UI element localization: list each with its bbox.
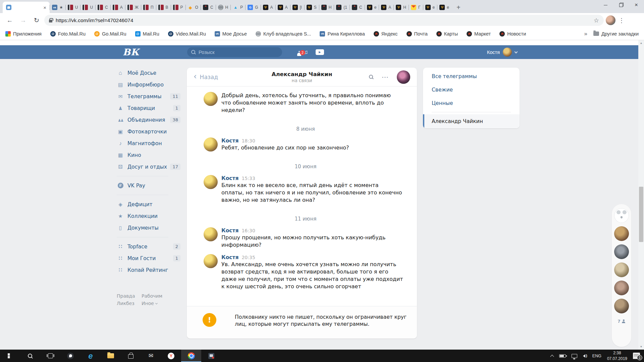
reload-button[interactable]: ↻ [31, 15, 42, 26]
browser-tab[interactable]: P [171, 2, 185, 13]
avatar[interactable] [204, 254, 218, 268]
browser-tab[interactable]: П [141, 2, 156, 13]
message-author[interactable]: Костя [221, 138, 238, 144]
browser-tab[interactable]: H [216, 2, 231, 13]
taskbar-app-button[interactable]: ✉ [141, 350, 161, 362]
taskbar-app-button[interactable] [181, 350, 201, 362]
sidebar-item[interactable]: Фотокарточки [116, 126, 180, 137]
browser-tab[interactable]: e [437, 2, 451, 13]
online-friend-avatar[interactable] [614, 208, 629, 223]
scroll-down-arrow[interactable]: ▼ [638, 344, 644, 350]
sidebar-item[interactable]: Досуг и отдых 17 [116, 161, 180, 173]
filter-link[interactable]: Все телеграммы [423, 70, 520, 83]
sidebar-item[interactable] [116, 191, 180, 198]
taskbar-app-button[interactable] [121, 350, 141, 362]
sidebar-item[interactable]: Информбюро [116, 79, 180, 90]
tray-expand-icon[interactable] [550, 355, 554, 358]
language-indicator[interactable]: ENG [592, 354, 601, 358]
online-friend-avatar[interactable] [614, 299, 629, 313]
online-friend-avatar[interactable] [614, 244, 629, 259]
browser-tab[interactable]: H [393, 2, 409, 13]
new-tab-button[interactable]: + [453, 3, 464, 12]
browser-tab[interactable]: S [304, 2, 319, 13]
taskbar-app-button[interactable] [101, 350, 121, 362]
browser-tab[interactable]: A [275, 2, 290, 13]
browser-tab[interactable]: О [185, 2, 201, 13]
sidebar-item[interactable]: VK Pay [116, 180, 180, 191]
taskbar-app-button[interactable] [40, 350, 60, 362]
bookmark-item[interactable]: Карты [436, 31, 458, 37]
bookmark-item[interactable]: Маркет [467, 31, 491, 37]
sidebar-item[interactable]: Магнитофон [116, 137, 180, 149]
sidebar-item[interactable]: Topface 2 [116, 241, 180, 252]
browser-tab[interactable]: C [350, 2, 365, 13]
sidebar-item[interactable]: Дефицит [116, 198, 180, 210]
tab-close-icon[interactable]: × [43, 5, 46, 10]
video-icon[interactable] [316, 49, 324, 55]
avatar[interactable] [204, 137, 218, 152]
browser-tab[interactable]: (1 [334, 2, 350, 13]
vk-search-box[interactable]: Розыск [187, 47, 282, 57]
filter-link[interactable]: Ценные [423, 97, 520, 110]
back-button[interactable]: ← [4, 15, 15, 26]
action-center-icon[interactable]: 1 [633, 353, 640, 359]
taskbar-app-button[interactable] [0, 350, 20, 362]
vk-logo[interactable]: ВК [123, 47, 139, 57]
bookmark-item[interactable]: Mail.Ru [135, 31, 159, 37]
sidebar-item[interactable]: Телеграммы 11 [116, 90, 180, 102]
bookmark-item[interactable]: Foto.Mail.Ru [50, 31, 86, 37]
forward-button[interactable]: → [17, 15, 29, 26]
footer-link[interactable]: Рабочим [142, 293, 180, 299]
sidebar-item[interactable]: Моё Досье [116, 67, 180, 79]
window-close-button[interactable]: × [629, 0, 644, 10]
browser-tab[interactable]: e [423, 2, 437, 13]
bookmark-item[interactable]: Почта [407, 31, 428, 37]
chat-peer-avatar[interactable] [397, 70, 410, 84]
page-scrollbar[interactable]: ▲ ▼ [638, 40, 644, 350]
browser-tab[interactable]: A [261, 2, 275, 13]
sidebar-item[interactable]: Документы [116, 222, 180, 234]
footer-link[interactable]: Иное [142, 301, 180, 306]
browser-tab[interactable]: H [319, 2, 334, 13]
other-bookmarks[interactable]: Другие закладки [593, 31, 639, 37]
bookmark-item[interactable]: Приложения [5, 31, 42, 37]
online-friend-avatar[interactable] [614, 281, 629, 295]
browser-menu-icon[interactable]: ⋮ [618, 17, 626, 24]
bookmark-item[interactable]: Рина Кириллова [320, 31, 365, 37]
avatar[interactable] [204, 175, 218, 189]
browser-tab[interactable]: A [379, 2, 393, 13]
online-friend-avatar[interactable] [614, 262, 629, 277]
online-count[interactable]: 7 [618, 319, 626, 324]
bookmarks-overflow-icon[interactable]: » [584, 31, 587, 37]
browser-tab[interactable]: U [80, 2, 95, 13]
sidebar-item[interactable]: Коллекции [116, 210, 180, 222]
sidebar-item[interactable] [116, 173, 180, 180]
selected-conversation[interactable]: Александр Чайкин [423, 114, 520, 128]
browser-tab[interactable]: Ж [125, 2, 141, 13]
bookmark-item[interactable]: Яндекс [374, 31, 398, 37]
avatar[interactable] [204, 92, 218, 106]
sidebar-item[interactable]: Объединения 38 [116, 114, 180, 126]
active-tab[interactable]: × [3, 2, 50, 13]
vk-top-profile[interactable]: Костя [487, 48, 517, 57]
sidebar-item[interactable] [116, 234, 180, 241]
bookmark-item[interactable]: Go.Mail.Ru [94, 31, 126, 37]
browser-profile-avatar[interactable] [606, 15, 615, 25]
taskbar-app-button[interactable]: e [80, 350, 101, 362]
bookmark-item[interactable]: Мое Досье [215, 31, 247, 37]
browser-tab[interactable]: B [156, 2, 171, 13]
browser-tab[interactable]: [l [290, 2, 304, 13]
battery-icon[interactable] [559, 354, 566, 358]
browser-tab[interactable]: C [95, 2, 110, 13]
message-author[interactable]: Костя [221, 228, 238, 234]
bookmark-star-icon[interactable]: ☆ [594, 17, 599, 24]
address-bar[interactable]: https://vk.com/im?sel=470246074 ☆ [44, 15, 604, 26]
network-icon[interactable] [572, 354, 577, 358]
taskbar-app-button[interactable] [201, 350, 221, 362]
taskbar-clock[interactable]: 2:38 07.07.2019 [607, 350, 627, 361]
filter-link[interactable]: Свежие [423, 83, 520, 97]
browser-tab[interactable]: P [230, 2, 245, 13]
volume-icon[interactable]: )) [583, 354, 587, 358]
sidebar-item[interactable]: Мои Гости 1 [116, 252, 180, 264]
bookmark-item[interactable]: Новости [499, 31, 526, 37]
